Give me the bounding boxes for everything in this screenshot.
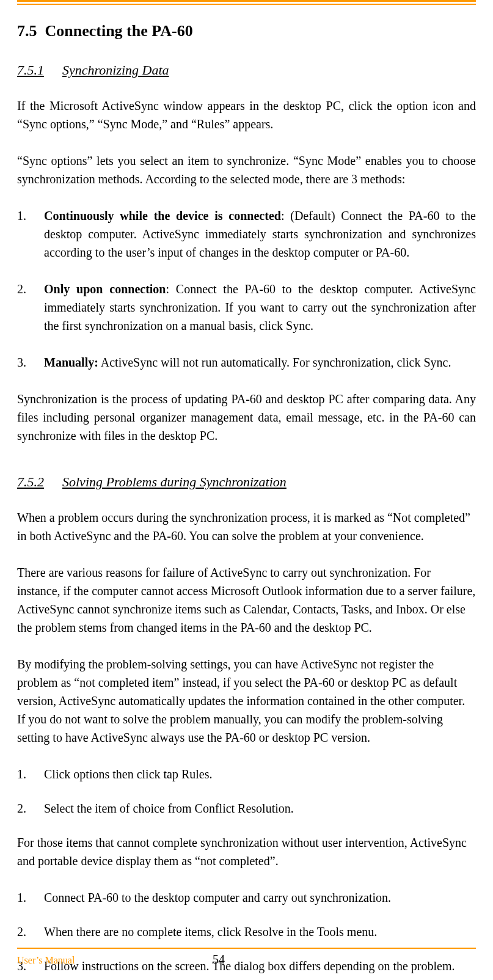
body-paragraph: There are various reasons for failure of… <box>17 563 476 637</box>
list-item-bold: Continuously while the device is connect… <box>44 209 281 222</box>
body-paragraph: “Sync options” lets you select an item t… <box>17 152 476 188</box>
list-item-body: Only upon connection: Connect the PA-60 … <box>44 280 476 335</box>
list-item: 2. Select the item of choice from Confli… <box>17 799 476 817</box>
list-item: 2. Only upon connection: Connect the PA-… <box>17 280 476 335</box>
footer-title: User’s Manual <box>17 955 213 966</box>
list-item-body: When there are no complete items, click … <box>44 923 476 941</box>
list-item: 1. Continuously while the device is conn… <box>17 207 476 261</box>
list-item-body: Connect PA-60 to the desktop computer an… <box>44 888 476 907</box>
footer-row: User’s Manual 54 <box>17 953 476 967</box>
body-paragraph: By modifying the problem-solving setting… <box>17 655 476 747</box>
section-gap <box>17 463 476 474</box>
list-item-number: 1. <box>17 888 44 907</box>
list-item-number: 2. <box>17 923 44 941</box>
list-item-rest: ActiveSync will not run automatically. F… <box>98 356 451 369</box>
numbered-list: 1. Continuously while the device is conn… <box>17 207 476 371</box>
subsection-heading: 7.5.1Synchronizing Data <box>17 62 476 78</box>
list-item-number: 1. <box>17 207 44 261</box>
top-divider <box>17 0 476 5</box>
list-item-number: 2. <box>17 280 44 335</box>
subsection-heading: 7.5.2Solving Problems during Synchroniza… <box>17 474 476 490</box>
page-content: 7.5 Connecting the PA-60 7.5.1Synchroniz… <box>0 0 493 975</box>
list-item-body: Continuously while the device is connect… <box>44 207 476 261</box>
body-paragraph: If the Microsoft ActiveSync window appea… <box>17 97 476 133</box>
numbered-list: 1. Click options then click tap Rules. 2… <box>17 765 476 817</box>
body-paragraph: Synchronization is the process of updati… <box>17 390 476 445</box>
footer-divider <box>17 948 476 949</box>
list-item: 1. Connect PA-60 to the desktop computer… <box>17 888 476 907</box>
list-item: 3. Manually: ActiveSync will not run aut… <box>17 353 476 371</box>
body-paragraph: When a problem occurs during the synchro… <box>17 508 476 545</box>
subsection-title: Synchronizing Data <box>62 62 169 78</box>
list-item-bold: Only upon connection <box>44 282 166 296</box>
body-paragraph: For those items that cannot complete syn… <box>17 833 476 870</box>
page-footer: User’s Manual 54 <box>17 948 476 967</box>
list-item: 1. Click options then click tap Rules. <box>17 765 476 783</box>
list-item: 2. When there are no complete items, cli… <box>17 923 476 941</box>
subsection-number: 7.5.1 <box>17 62 44 78</box>
page-number: 54 <box>213 953 225 967</box>
subsection-number: 7.5.2 <box>17 474 44 489</box>
section-number: 7.5 <box>17 22 37 40</box>
list-item-number: 2. <box>17 799 44 817</box>
subsection-title: Solving Problems during Synchronization <box>62 474 287 489</box>
list-item-number: 3. <box>17 353 44 371</box>
list-item-body: Select the item of choice from Conflict … <box>44 799 476 817</box>
list-item-number: 1. <box>17 765 44 783</box>
list-item-body: Manually: ActiveSync will not run automa… <box>44 353 476 371</box>
list-item-body: Click options then click tap Rules. <box>44 765 476 783</box>
list-item-bold: Manually: <box>44 356 98 369</box>
section-heading: 7.5 Connecting the PA-60 <box>17 22 476 40</box>
section-title: Connecting the PA-60 <box>45 22 193 40</box>
